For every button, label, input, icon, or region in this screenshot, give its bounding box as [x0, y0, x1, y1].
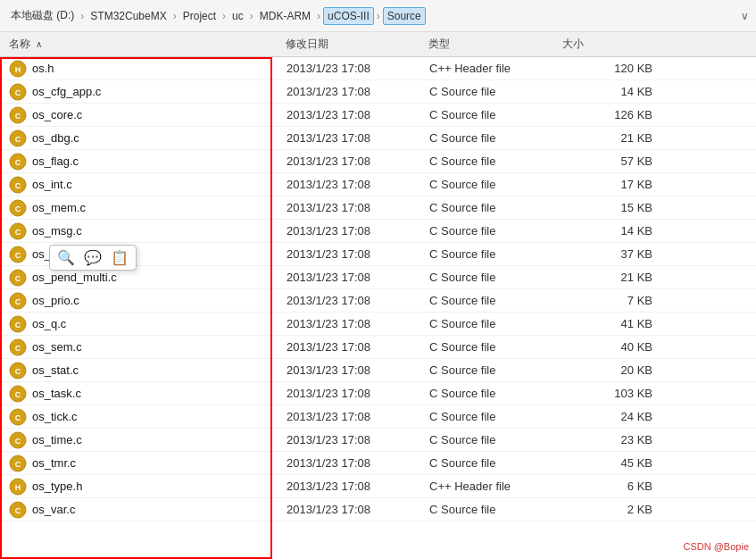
file-date: 2013/1/23 17:08 [287, 224, 429, 238]
file-date: 2013/1/23 17:08 [287, 85, 429, 98]
table-row[interactable]: H os.h 2013/1/23 17:08 C++ Header file 1… [0, 57, 756, 80]
file-size: 120 KB [563, 62, 652, 75]
file-name: os_cfg_app.c [32, 85, 287, 98]
file-size: 45 KB [563, 456, 652, 470]
svg-text:C: C [15, 506, 21, 515]
svg-text:C: C [15, 297, 21, 306]
file-name: os_prio.c [32, 294, 287, 307]
table-row[interactable]: C os_flag.c 2013/1/23 17:08 C Source fil… [0, 150, 756, 173]
table-row[interactable]: C os_sem.c 2013/1/23 17:08 C Source file… [0, 336, 756, 359]
sort-arrow-name: ∧ [36, 39, 42, 49]
table-row[interactable]: C os_int.c 2013/1/23 17:08 C Source file… [0, 173, 756, 196]
file-type: C Source file [429, 456, 563, 470]
file-type: C Source file [429, 387, 563, 400]
file-size: 15 KB [563, 201, 652, 214]
file-type: C Source file [429, 340, 563, 354]
file-icon: C [9, 246, 27, 263]
file-list-wrapper: H os.h 2013/1/23 17:08 C++ Header file 1… [0, 57, 756, 559]
file-type: C Source file [429, 201, 563, 214]
table-row[interactable]: C os_q.c 2013/1/23 17:08 C Source file 4… [0, 313, 756, 336]
table-row[interactable]: C os_dbg.c 2013/1/23 17:08 C Source file… [0, 127, 756, 150]
file-size: 20 KB [563, 363, 652, 377]
file-type: C Source file [429, 154, 563, 168]
file-date: 2013/1/23 17:08 [287, 410, 429, 423]
file-name: os_time.c [32, 433, 287, 446]
table-row[interactable]: C os_var.c 2013/1/23 17:08 C Source file… [0, 498, 756, 521]
file-size: 126 KB [563, 108, 652, 121]
svg-text:C: C [15, 437, 21, 446]
file-name: os_task.c [32, 387, 287, 400]
file-icon: C [9, 106, 27, 124]
svg-text:H: H [15, 483, 21, 492]
col-header-date[interactable]: 修改日期 [286, 37, 428, 52]
file-type: C Source file [429, 363, 563, 377]
svg-text:C: C [15, 367, 21, 376]
svg-text:C: C [15, 158, 21, 167]
file-name: os_pend_multi.c [32, 271, 287, 284]
breadcrumb-project[interactable]: Project [179, 8, 220, 24]
file-date: 2013/1/23 17:08 [287, 340, 429, 354]
file-type: C Source file [429, 410, 563, 423]
file-type: C++ Header file [429, 62, 563, 75]
table-row[interactable]: C os_time.c 2013/1/23 17:08 C Source fil… [0, 429, 756, 452]
column-headers: 名称 ∧ 修改日期 类型 大小 [0, 32, 756, 57]
file-type: C Source file [429, 247, 563, 261]
file-name: os.h [32, 62, 287, 75]
svg-text:C: C [15, 251, 21, 260]
file-icon: C [9, 292, 27, 310]
table-row[interactable]: C os_tick.c 2013/1/23 17:08 C Source fil… [0, 405, 756, 429]
file-type: C Source file [429, 433, 563, 446]
file-icon: C [9, 362, 27, 380]
file-name: os_q.c [32, 317, 287, 330]
breadcrumb-stm32[interactable]: STM32CubeMX [87, 8, 170, 24]
col-header-size[interactable]: 大小 [562, 37, 652, 52]
col-header-name[interactable]: 名称 ∧ [9, 37, 286, 52]
file-type: C Source file [429, 108, 563, 121]
breadcrumb-expand-arrow[interactable]: ∨ [741, 10, 749, 22]
file-date: 2013/1/23 17:08 [287, 294, 429, 307]
svg-text:C: C [15, 181, 21, 190]
file-icon: C [9, 501, 27, 519]
svg-text:C: C [15, 228, 21, 237]
col-header-type[interactable]: 类型 [428, 37, 562, 52]
tooltip-popup: 🔍 💬 📋 [49, 245, 137, 271]
file-type: C Source file [429, 503, 563, 516]
breadcrumb-local-disk[interactable]: 本地磁盘 (D:) [7, 6, 78, 25]
breadcrumb-sep-5: › [376, 10, 381, 22]
search-icon[interactable]: 🔍 [57, 249, 75, 266]
table-row[interactable]: C os_msg.c 2013/1/23 17:08 C Source file… [0, 220, 756, 243]
file-date: 2013/1/23 17:08 [287, 433, 429, 446]
table-row[interactable]: C os_tmr.c 2013/1/23 17:08 C Source file… [0, 452, 756, 475]
table-row[interactable]: C os_mem.c 2013/1/23 17:08 C Source file… [0, 196, 756, 220]
breadcrumb-mdk-arm[interactable]: MDK-ARM [256, 8, 314, 24]
table-row[interactable]: H os_type.h 2013/1/23 17:08 C++ Header f… [0, 475, 756, 498]
table-row[interactable]: C os_stat.c 2013/1/23 17:08 C Source fil… [0, 359, 756, 382]
file-size: 21 KB [563, 131, 652, 145]
file-icon: C [9, 222, 27, 240]
file-name: os_flag.c [32, 154, 287, 168]
table-row[interactable]: C os_task.c 2013/1/23 17:08 C Source fil… [0, 382, 756, 405]
file-size: 14 KB [563, 85, 652, 98]
table-row[interactable]: C os_cfg_app.c 2013/1/23 17:08 C Source … [0, 80, 756, 104]
breadcrumb-ucos[interactable]: uCOS-III [323, 7, 374, 25]
breadcrumb-sep-3: › [249, 10, 254, 22]
svg-text:C: C [15, 413, 21, 422]
file-name: os_int.c [32, 178, 287, 191]
file-size: 2 KB [563, 503, 652, 516]
file-size: 103 KB [563, 387, 652, 400]
file-type: C++ Header file [429, 480, 563, 493]
chat-icon[interactable]: 💬 [84, 249, 102, 266]
file-icon: C [9, 385, 27, 403]
file-type: C Source file [429, 271, 563, 284]
breadcrumb-uc[interactable]: uc [228, 8, 247, 24]
file-name: os_msg.c [32, 224, 287, 238]
svg-text:C: C [15, 390, 21, 399]
table-row[interactable]: C os_prio.c 2013/1/23 17:08 C Source fil… [0, 289, 756, 313]
table-row[interactable]: C os_core.c 2013/1/23 17:08 C Source fil… [0, 104, 756, 127]
list-icon[interactable]: 📋 [111, 249, 129, 266]
file-name: os_tick.c [32, 410, 287, 423]
breadcrumb-source[interactable]: Source [383, 7, 426, 25]
file-date: 2013/1/23 17:08 [287, 387, 429, 400]
file-icon: C [9, 315, 27, 333]
file-date: 2013/1/23 17:08 [287, 271, 429, 284]
